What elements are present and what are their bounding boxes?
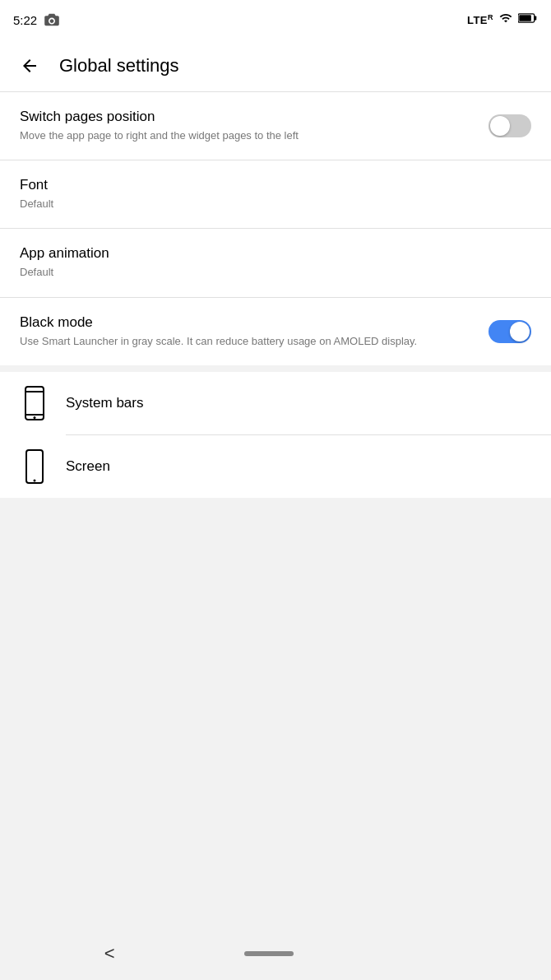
app-animation-title: App animation xyxy=(20,245,518,262)
screen-icon xyxy=(20,448,49,485)
home-indicator[interactable] xyxy=(244,951,294,956)
system-bars-item[interactable]: System bars xyxy=(0,372,551,434)
back-button[interactable] xyxy=(13,49,46,82)
app-animation-value: Default xyxy=(20,265,518,280)
black-mode-toggle[interactable] xyxy=(488,320,531,343)
settings-content: Switch pages position Move the app page … xyxy=(0,92,551,365)
svg-rect-1 xyxy=(519,15,531,21)
header: Global settings xyxy=(0,39,551,92)
toggle-knob-black xyxy=(510,322,530,341)
bottom-back-button[interactable]: < xyxy=(91,936,128,971)
black-mode-desc: Use Smart Launcher in gray scale. It can… xyxy=(20,334,475,349)
status-time: 5:22 xyxy=(13,13,37,27)
black-mode-setting[interactable]: Black mode Use Smart Launcher in gray sc… xyxy=(0,298,551,365)
toggle-knob xyxy=(490,116,510,136)
section-divider xyxy=(0,365,551,372)
svg-rect-2 xyxy=(535,16,537,20)
black-mode-title: Black mode xyxy=(20,314,475,331)
app-animation-text: App animation Default xyxy=(20,245,531,280)
switch-pages-text: Switch pages position Move the app page … xyxy=(20,109,488,143)
switch-pages-toggle[interactable] xyxy=(488,114,531,137)
signal-icon xyxy=(498,12,513,28)
font-setting[interactable]: Font Default xyxy=(0,160,551,228)
switch-pages-setting[interactable]: Switch pages position Move the app page … xyxy=(0,92,551,160)
black-mode-text: Black mode Use Smart Launcher in gray sc… xyxy=(20,314,488,349)
screen-label: Screen xyxy=(66,458,110,475)
screen-item[interactable]: Screen xyxy=(0,435,551,498)
switch-pages-title: Switch pages position xyxy=(20,109,475,125)
system-bars-label: System bars xyxy=(66,395,143,411)
system-bars-icon xyxy=(20,385,49,421)
nav-items-section: System bars Screen xyxy=(0,372,551,498)
lte-indicator: LTER xyxy=(467,13,493,26)
svg-point-6 xyxy=(34,416,36,419)
app-animation-setting[interactable]: App animation Default xyxy=(0,229,551,296)
page-title: Global settings xyxy=(59,55,179,77)
svg-rect-7 xyxy=(26,450,43,483)
font-value: Default xyxy=(20,197,518,211)
photo-icon xyxy=(44,13,60,26)
bottom-nav: < xyxy=(0,927,551,980)
battery-icon xyxy=(518,12,538,27)
status-bar-left: 5:22 xyxy=(13,13,60,27)
font-text: Font Default xyxy=(20,177,531,211)
font-title: Font xyxy=(20,177,518,193)
status-bar: 5:22 LTER xyxy=(0,0,551,39)
switch-pages-desc: Move the app page to right and the widge… xyxy=(20,128,475,143)
svg-point-8 xyxy=(34,479,36,481)
status-bar-right: LTER xyxy=(467,12,538,28)
